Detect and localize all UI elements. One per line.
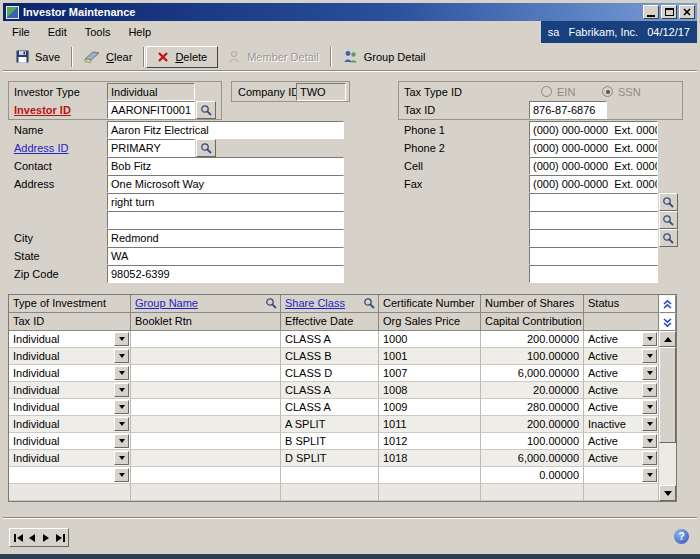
investor-id-field[interactable]: AARONFIT0001 <box>107 101 195 119</box>
status-dropdown-button[interactable] <box>642 366 657 380</box>
cell-shares[interactable]: 20.00000 <box>481 382 584 399</box>
status-dropdown-button[interactable] <box>642 400 657 414</box>
cell-share-class[interactable]: CLASS A <box>281 331 379 348</box>
investor-id-label[interactable]: Investor ID <box>14 101 71 119</box>
next-record-button[interactable] <box>39 529 53 546</box>
menu-tools[interactable]: Tools <box>76 23 120 41</box>
expand-rows-button[interactable] <box>659 295 676 313</box>
cell-share-class[interactable]: A SPLIT <box>281 416 379 433</box>
type-dropdown-button[interactable] <box>114 366 129 380</box>
cell-shares[interactable]: 200.00000 <box>481 416 584 433</box>
clear-button[interactable]: Clear <box>74 46 142 68</box>
cell-share-class[interactable]: B SPLIT <box>281 433 379 450</box>
cell-share-class[interactable]: CLASS A <box>281 382 379 399</box>
status-dropdown-button[interactable] <box>642 349 657 363</box>
last-record-button[interactable] <box>53 529 67 546</box>
address-id-field[interactable]: PRIMARY <box>107 139 195 157</box>
cell-certificate[interactable]: 1009 <box>379 399 481 416</box>
zip-code-field[interactable]: 98052-6399 <box>107 265 344 283</box>
help-button[interactable]: ? <box>674 529 689 544</box>
first-record-button[interactable] <box>11 529 25 546</box>
group-name-link[interactable]: Group Name <box>135 297 198 309</box>
cell-status[interactable]: Active <box>584 382 659 399</box>
cell-share-class[interactable]: D SPLIT <box>281 450 379 467</box>
phone1-field[interactable]: (000) 000-0000 Ext. 0000 <box>529 121 658 139</box>
cell-type[interactable] <box>9 467 131 484</box>
cell-type[interactable]: Individual <box>9 365 131 382</box>
share-class-link[interactable]: Share Class <box>285 297 345 309</box>
cell-type[interactable]: Individual <box>9 416 131 433</box>
cell-certificate[interactable]: 1018 <box>379 450 481 467</box>
status-dropdown-button[interactable] <box>642 434 657 448</box>
grid-scrollbar[interactable] <box>659 331 676 501</box>
cell-shares[interactable]: 0.00000 <box>481 467 584 484</box>
cell-certificate[interactable]: 1007 <box>379 365 481 382</box>
cell-certificate[interactable]: 1008 <box>379 382 481 399</box>
cell-share-class[interactable]: CLASS A <box>281 399 379 416</box>
lookup-field-2[interactable] <box>529 211 658 229</box>
address-line1-field[interactable]: One Microsoft Way <box>107 175 344 193</box>
cell-status[interactable]: Inactive <box>584 416 659 433</box>
address-id-label[interactable]: Address ID <box>14 139 68 157</box>
address-line3-field[interactable] <box>107 211 344 229</box>
cell-status[interactable]: Active <box>584 399 659 416</box>
tax-id-field[interactable]: 876-87-6876 <box>529 101 607 119</box>
cell-certificate[interactable]: 1001 <box>379 348 481 365</box>
cell-shares[interactable]: 6,000.00000 <box>481 450 584 467</box>
address-id-lookup-button[interactable] <box>196 139 216 157</box>
cell-shares[interactable]: 100.00000 <box>481 348 584 365</box>
cell-group-name[interactable] <box>131 382 281 399</box>
cell-status[interactable] <box>584 467 659 484</box>
cell-certificate[interactable]: 1000 <box>379 331 481 348</box>
cell-shares[interactable]: 6,000.00000 <box>481 365 584 382</box>
close-button[interactable] <box>679 5 695 19</box>
investor-id-lookup-button[interactable] <box>196 101 216 119</box>
status-dropdown-button[interactable] <box>642 451 657 465</box>
minimize-button[interactable] <box>643 5 659 19</box>
menu-help[interactable]: Help <box>119 23 160 41</box>
cell-status[interactable]: Active <box>584 450 659 467</box>
save-button[interactable]: Save <box>6 46 70 68</box>
cell-certificate[interactable]: 1011 <box>379 416 481 433</box>
phone2-field[interactable]: (000) 000-0000 Ext. 0000 <box>529 139 658 157</box>
menu-edit[interactable]: Edit <box>39 23 76 41</box>
cell-certificate[interactable]: 1012 <box>379 433 481 450</box>
menu-file[interactable]: File <box>3 23 39 41</box>
cell-type[interactable]: Individual <box>9 331 131 348</box>
cell-status[interactable]: Active <box>584 365 659 382</box>
lookup-button-1[interactable] <box>659 193 678 211</box>
status-dropdown-button[interactable] <box>642 417 657 431</box>
cell-group-name[interactable] <box>131 365 281 382</box>
cell-type[interactable]: Individual <box>9 348 131 365</box>
status-dropdown-button[interactable] <box>642 383 657 397</box>
name-field[interactable]: Aaron Fitz Electrical <box>107 121 344 139</box>
cell-group-name[interactable] <box>131 399 281 416</box>
cell-type[interactable]: Individual <box>9 382 131 399</box>
group-name-lookup-button[interactable] <box>265 297 278 313</box>
cell-type[interactable]: Individual <box>9 399 131 416</box>
cell-share-class[interactable] <box>281 467 379 484</box>
status-dropdown-button[interactable] <box>642 332 657 346</box>
cell-status[interactable]: Active <box>584 331 659 348</box>
fax-field[interactable]: (000) 000-0000 Ext. 0000 <box>529 175 658 193</box>
cell-status[interactable]: Active <box>584 348 659 365</box>
cell-status[interactable]: Active <box>584 433 659 450</box>
cell-group-name[interactable] <box>131 433 281 450</box>
delete-button[interactable]: Delete <box>146 46 218 68</box>
type-dropdown-button[interactable] <box>114 451 129 465</box>
company-status-box[interactable]: sa Fabrikam, Inc. 04/12/17 <box>541 21 697 43</box>
cell-shares[interactable]: 280.00000 <box>481 399 584 416</box>
cell-group-name[interactable] <box>131 450 281 467</box>
status-dropdown-button[interactable] <box>642 468 657 482</box>
previous-record-button[interactable] <box>25 529 39 546</box>
address-line2-field[interactable]: right turn <box>107 193 344 211</box>
type-dropdown-button[interactable] <box>114 400 129 414</box>
share-class-lookup-button[interactable] <box>363 297 376 313</box>
cell-certificate[interactable] <box>379 467 481 484</box>
scroll-down-button[interactable] <box>659 485 676 501</box>
type-dropdown-button[interactable] <box>114 349 129 363</box>
cell-share-class[interactable]: CLASS B <box>281 348 379 365</box>
state-field[interactable]: WA <box>107 247 344 265</box>
cell-group-name[interactable] <box>131 331 281 348</box>
cell-type[interactable]: Individual <box>9 433 131 450</box>
